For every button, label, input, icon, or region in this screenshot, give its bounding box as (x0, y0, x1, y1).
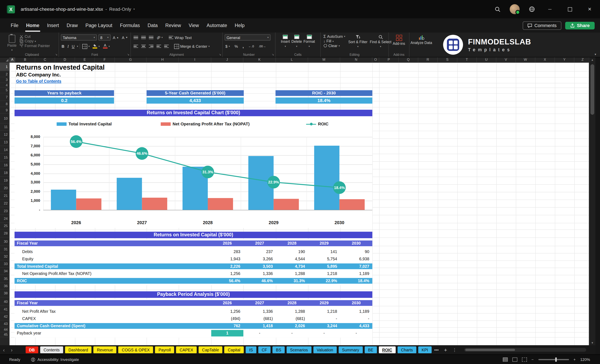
cell-value[interactable]: 762 (211, 323, 243, 329)
cell-value[interactable]: 5,754 (308, 255, 340, 263)
row-header-21[interactable]: 21 (0, 192, 9, 200)
row-header-5[interactable]: 5 (0, 88, 9, 93)
row-header-13[interactable]: 13 (0, 138, 9, 146)
menu-item-file[interactable]: File (7, 21, 22, 30)
decrease-decimal-button[interactable]: .00→ (258, 45, 267, 48)
row-header-16[interactable]: 16 (0, 161, 9, 169)
menu-item-formulas[interactable]: Formulas (116, 21, 144, 30)
column-header-Z[interactable]: Z (574, 57, 589, 62)
row-header-3[interactable]: 3 (0, 77, 9, 83)
sheet-tab-capital[interactable]: Capital (224, 346, 244, 353)
column-header-N[interactable]: N (340, 57, 372, 62)
cell-value[interactable]: 1,336 (243, 308, 276, 315)
copy-button[interactable]: Copy▾ (19, 39, 51, 43)
scroll-down-icon[interactable]: ▼ (589, 341, 595, 344)
cell-value[interactable]: 1,218 (308, 270, 340, 277)
select-all-corner[interactable] (0, 57, 9, 63)
cell-value[interactable]: 56.4% (211, 278, 243, 284)
row-header-4[interactable]: 4 (0, 83, 9, 88)
column-header-O[interactable]: O (372, 57, 379, 62)
column-headers[interactable]: ABCDEFGHIJKLMNOPQRSTUVWXYZ (9, 57, 589, 63)
row-header-11[interactable]: 11 (0, 124, 9, 131)
kpi-value[interactable]: 18.4% (276, 98, 372, 104)
kpi-value[interactable]: 4,433 (147, 98, 244, 104)
orientation-button[interactable]: ab▾ (156, 36, 164, 39)
fill-button[interactable]: ↓Fill▾ (323, 39, 346, 43)
insert-cells-button[interactable]: Insert▾ (281, 34, 290, 47)
column-header-F[interactable]: F (95, 57, 115, 62)
column-header-B[interactable]: B (15, 57, 35, 62)
cell-value[interactable]: 6,938 (340, 255, 372, 263)
accessibility-status[interactable]: Accessibility: Investigate (31, 357, 79, 362)
cell-value[interactable]: 1,256 (211, 308, 243, 315)
row-header-14[interactable]: 14 (0, 146, 9, 154)
comma-style-button[interactable]: , (242, 44, 244, 49)
row-header-38[interactable]: 38 (0, 289, 9, 298)
cell-value[interactable]: 2,226 (211, 264, 243, 269)
alignment-dialog-launcher-icon[interactable]: ↘ (219, 53, 221, 56)
row-header-40[interactable]: 40 (0, 298, 9, 306)
menu-item-review[interactable]: Review (161, 21, 185, 30)
align-left-icon[interactable] (133, 45, 139, 48)
percent-button[interactable]: % (234, 44, 239, 48)
row-header-1[interactable]: 1 (0, 63, 9, 71)
italic-button[interactable]: I (66, 44, 69, 48)
comments-button[interactable]: Comments (523, 21, 561, 30)
row-header-15[interactable]: 15 (0, 154, 9, 161)
row-header-10[interactable]: 10 (0, 114, 9, 124)
cell-value[interactable]: 4,544 (276, 255, 308, 263)
row-header-23[interactable]: 23 (0, 207, 9, 215)
column-header-K[interactable]: K (243, 57, 276, 62)
minimize-button[interactable]: ─ (544, 3, 556, 15)
row-headers[interactable]: 1234578910111213141516181920212223242528… (0, 63, 9, 346)
row-header-20[interactable]: 20 (0, 184, 9, 192)
cell-value[interactable]: - (308, 329, 340, 337)
font-size-select[interactable]: 8▾ (98, 35, 111, 41)
row-header-7[interactable]: 7 (0, 93, 9, 101)
fill-color-button[interactable]: ▾ (92, 44, 101, 49)
cell-value[interactable]: 7,027 (340, 264, 372, 269)
zoom-level[interactable]: 120% (580, 357, 590, 362)
sheet-menu-button[interactable]: ⋮ (450, 347, 459, 352)
menu-item-view[interactable]: View (185, 21, 203, 30)
row-header-22[interactable]: 22 (0, 200, 9, 207)
cell-value[interactable]: 190 (276, 248, 308, 255)
row-header-43[interactable]: 43 (0, 320, 9, 327)
cell-value[interactable]: - (308, 315, 340, 322)
currency-button[interactable]: $▾ (225, 44, 231, 48)
row-header-34[interactable]: 34 (0, 268, 9, 275)
sort-filter-button[interactable]: Sort & Filter▾ (348, 34, 368, 48)
globe-icon[interactable] (528, 5, 536, 13)
add-sheet-button[interactable]: + (441, 347, 450, 353)
kpi-label[interactable]: Years to payback (14, 90, 114, 96)
column-header-J[interactable]: J (211, 57, 243, 62)
scroll-up-icon[interactable]: ▲ (589, 58, 595, 61)
underline-button[interactable]: U (71, 44, 75, 48)
decrease-font-icon[interactable]: A▼ (121, 35, 129, 39)
kpi-value[interactable]: 0.2 (14, 98, 114, 104)
cell-value[interactable]: 1,288 (276, 308, 308, 315)
column-header-D[interactable]: D (55, 57, 75, 62)
align-bottom-icon[interactable] (148, 36, 154, 39)
row-header-19[interactable]: 19 (0, 177, 9, 184)
share-button[interactable]: Share (565, 22, 595, 29)
row-header-42[interactable]: 42 (0, 313, 9, 320)
menu-item-help[interactable]: Help (231, 21, 249, 30)
zoom-out-button[interactable]: − (531, 357, 534, 362)
format-cells-button[interactable]: Format▾ (303, 34, 315, 47)
sheet-tab-roic[interactable]: ROIC (379, 346, 396, 353)
cell-value[interactable]: - (340, 329, 372, 337)
column-header-X[interactable]: X (535, 57, 555, 62)
cell-value[interactable]: 2,026 (276, 323, 308, 329)
cell-value[interactable]: 141 (308, 248, 340, 255)
cut-button[interactable]: Cut (19, 35, 51, 39)
document-title[interactable]: artisanal-cheese-shop-and-wine-bar.xlsx … (21, 6, 135, 12)
number-format-select[interactable]: General▾ (225, 35, 271, 41)
row-header-33[interactable]: 33 (0, 260, 9, 268)
sheet-tab-cf[interactable]: CF (258, 346, 271, 353)
cell-value[interactable]: 4,433 (340, 323, 372, 329)
column-header-H[interactable]: H (147, 57, 179, 62)
column-header-T[interactable]: T (457, 57, 477, 62)
row-header-45[interactable]: 45 (0, 332, 9, 337)
cell-value[interactable]: (681) (276, 315, 308, 322)
